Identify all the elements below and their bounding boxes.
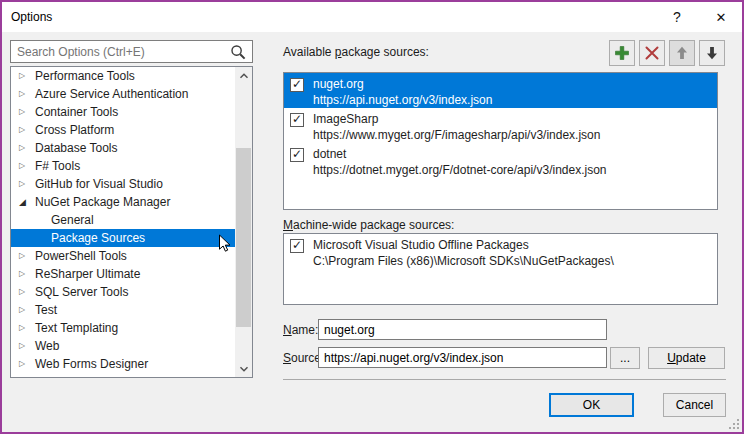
remove-source-button[interactable]: [639, 40, 665, 66]
expander-collapsed-icon[interactable]: ▷: [19, 355, 35, 373]
arrow-down-icon: [703, 44, 721, 62]
expander-collapsed-icon[interactable]: ▷: [19, 103, 35, 121]
add-source-button[interactable]: [609, 40, 635, 66]
tree-item-azure-service-authentication[interactable]: ▷Azure Service Authentication: [11, 85, 235, 103]
options-dialog: Options ? ✕ ▷Performance Tools▷Azure Ser…: [0, 0, 744, 434]
source-text: dotnethttps://dotnet.myget.org/F/dotnet-…: [313, 146, 607, 178]
tree-item-web[interactable]: ▷Web: [11, 337, 235, 355]
name-field[interactable]: [318, 319, 607, 340]
expander-collapsed-icon[interactable]: ▷: [19, 301, 35, 319]
available-sources-label: Available package sources:: [283, 45, 429, 59]
delete-x-icon: [643, 44, 661, 62]
tree-item-label: F# Tools: [35, 159, 80, 173]
expander-collapsed-icon[interactable]: ▷: [19, 283, 35, 301]
source-checkbox[interactable]: ✓: [290, 239, 304, 253]
source-name: ImageSharp: [313, 111, 600, 127]
dialog-body: ▷Performance Tools▷Azure Service Authent…: [2, 32, 742, 432]
tree-item-label: Text Templating: [35, 321, 118, 335]
tree-item-nuget-package-manager[interactable]: ◢NuGet Package Manager: [11, 193, 235, 211]
expander-collapsed-icon[interactable]: ▷: [19, 319, 35, 337]
tree-item-text-templating[interactable]: ▷Text Templating: [11, 319, 235, 337]
source-text: nuget.orghttps://api.nuget.org/v3/index.…: [313, 76, 492, 108]
expander-collapsed-icon[interactable]: ▷: [19, 157, 35, 175]
move-up-button[interactable]: [669, 40, 695, 66]
source-name: dotnet: [313, 146, 607, 162]
tree-item-powershell-tools[interactable]: ▷PowerShell Tools: [11, 247, 235, 265]
tree-item-label: PowerShell Tools: [35, 249, 127, 263]
expander-collapsed-icon[interactable]: ▷: [19, 67, 35, 85]
tree-item-performance-tools[interactable]: ▷Performance Tools: [11, 67, 235, 85]
tree-item-label: Package Sources: [51, 231, 145, 245]
help-button[interactable]: ?: [660, 2, 694, 32]
tree-item-sql-server-tools[interactable]: ▷SQL Server Tools: [11, 283, 235, 301]
tree-item-label: GitHub for Visual Studio: [35, 177, 163, 191]
tree-item-label: General: [51, 213, 94, 227]
expander-expanded-icon[interactable]: ◢: [19, 193, 35, 211]
package-source-row[interactable]: ✓Microsoft Visual Studio Offline Package…: [284, 234, 717, 269]
available-sources-list: ✓nuget.orghttps://api.nuget.org/v3/index…: [283, 72, 718, 210]
expander-collapsed-icon[interactable]: ▷: [19, 85, 35, 103]
source-checkbox[interactable]: ✓: [290, 78, 304, 92]
expander-collapsed-icon[interactable]: ▷: [19, 337, 35, 355]
source-checkbox[interactable]: ✓: [290, 113, 304, 127]
close-button[interactable]: ✕: [704, 2, 738, 32]
options-tree: ▷Performance Tools▷Azure Service Authent…: [10, 66, 253, 378]
tree-item-label: Web Forms Designer: [35, 357, 148, 371]
tree-item-test[interactable]: ▷Test: [11, 301, 235, 319]
expander-collapsed-icon[interactable]: ▷: [19, 265, 35, 283]
scroll-up-icon[interactable]: [235, 67, 252, 84]
ok-button[interactable]: OK: [549, 393, 634, 417]
package-source-row[interactable]: ✓nuget.orghttps://api.nuget.org/v3/index…: [284, 73, 717, 108]
checkmark-icon: ✓: [292, 77, 302, 91]
resize-grip[interactable]: [727, 417, 740, 430]
package-source-row[interactable]: ✓ImageSharphttps://www.myget.org/F/image…: [284, 108, 717, 143]
tree-item-cross-platform[interactable]: ▷Cross Platform: [11, 121, 235, 139]
browse-button[interactable]: ...: [610, 347, 640, 369]
tree-item-label: SQL Server Tools: [35, 285, 128, 299]
package-source-row[interactable]: ✓dotnethttps://dotnet.myget.org/F/dotnet…: [284, 143, 717, 178]
source-name: nuget.org: [313, 76, 492, 92]
scrollbar-thumb[interactable]: [236, 148, 251, 327]
tree-item-label: Database Tools: [35, 141, 118, 155]
expander-collapsed-icon[interactable]: ▷: [19, 175, 35, 193]
tree-item-f-tools[interactable]: ▷F# Tools: [11, 157, 235, 175]
tree-item-label: Test: [35, 303, 57, 317]
source-url: https://api.nuget.org/v3/index.json: [313, 92, 492, 108]
source-toolbar: [609, 40, 725, 66]
tree-item-resharper-ultimate[interactable]: ▷ReSharper Ultimate: [11, 265, 235, 283]
tree-item-github-for-visual-studio[interactable]: ▷GitHub for Visual Studio: [11, 175, 235, 193]
source-url: C:\Program Files (x86)\Microsoft SDKs\Nu…: [313, 253, 614, 269]
source-checkbox[interactable]: ✓: [290, 148, 304, 162]
footer-separator: [283, 379, 726, 380]
name-label: Name:: [283, 323, 318, 337]
search-icon[interactable]: [230, 44, 246, 60]
update-button[interactable]: Update: [648, 347, 725, 369]
scroll-down-icon[interactable]: [235, 360, 252, 377]
title-bar: Options ? ✕: [2, 2, 742, 32]
source-url: https://www.myget.org/F/imagesharp/api/v…: [313, 127, 600, 143]
expander-collapsed-icon[interactable]: ▷: [19, 373, 35, 377]
tree-item-label: Container Tools: [35, 105, 118, 119]
expander-collapsed-icon[interactable]: ▷: [19, 247, 35, 265]
source-text: ImageSharphttps://www.myget.org/F/images…: [313, 111, 600, 143]
tree-item-package-sources[interactable]: Package Sources: [11, 229, 235, 247]
move-down-button[interactable]: [699, 40, 725, 66]
dialog-title: Options: [11, 10, 52, 24]
cancel-button[interactable]: Cancel: [663, 393, 726, 417]
tree-item-label: Performance Tools: [35, 69, 135, 83]
source-field[interactable]: [318, 347, 607, 368]
tree-item-database-tools[interactable]: ▷Database Tools: [11, 139, 235, 157]
tree-item-label: Cross Platform: [35, 123, 114, 137]
machine-sources-list: ✓Microsoft Visual Studio Offline Package…: [283, 233, 718, 305]
tree-item-web-forms-designer[interactable]: ▷Web Forms Designer: [11, 355, 235, 373]
source-text: Microsoft Visual Studio Offline Packages…: [313, 237, 614, 269]
tree-item-web-performance-test-tools[interactable]: ▷Web Performance Test Tools: [11, 373, 235, 377]
checkmark-icon: ✓: [292, 112, 302, 126]
tree-item-container-tools[interactable]: ▷Container Tools: [11, 103, 235, 121]
tree-item-general[interactable]: General: [11, 211, 235, 229]
expander-collapsed-icon[interactable]: ▷: [19, 121, 35, 139]
expander-collapsed-icon[interactable]: ▷: [19, 139, 35, 157]
tree-scrollbar[interactable]: [235, 67, 252, 377]
tree-item-label: Web Performance Test Tools: [35, 375, 188, 377]
search-input[interactable]: [10, 40, 253, 63]
